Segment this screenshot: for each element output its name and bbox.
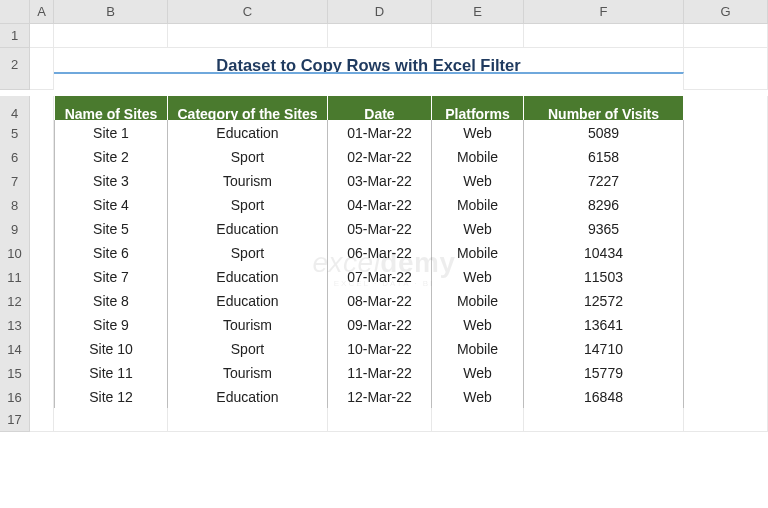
table-row[interactable]: Site 5	[54, 216, 168, 243]
row-header-12[interactable]: 12	[0, 288, 30, 315]
cell-A12[interactable]	[30, 288, 54, 315]
table-row[interactable]: 06-Mar-22	[328, 240, 432, 267]
cell-F1[interactable]	[524, 24, 684, 48]
row-header-14[interactable]: 14	[0, 336, 30, 363]
table-row[interactable]: Site 10	[54, 336, 168, 363]
cell-G12[interactable]	[684, 288, 768, 315]
cell-A6[interactable]	[30, 144, 54, 171]
table-row[interactable]: 12572	[524, 288, 684, 315]
col-header-E[interactable]: E	[432, 0, 524, 24]
cell-G5[interactable]	[684, 120, 768, 147]
row-header-3[interactable]: 3	[0, 72, 30, 90]
cell-A14[interactable]	[30, 336, 54, 363]
table-row[interactable]: 9365	[524, 216, 684, 243]
col-header-D[interactable]: D	[328, 0, 432, 24]
table-row[interactable]: Mobile	[432, 336, 524, 363]
cell-G17[interactable]	[684, 408, 768, 432]
row-header-16[interactable]: 16	[0, 384, 30, 411]
table-row[interactable]: Web	[432, 312, 524, 339]
table-row[interactable]: Education	[168, 384, 328, 411]
table-row[interactable]: Site 7	[54, 264, 168, 291]
row-header-1[interactable]: 1	[0, 24, 30, 48]
table-row[interactable]: Site 12	[54, 384, 168, 411]
col-header-B[interactable]: B	[54, 0, 168, 24]
table-row[interactable]: Mobile	[432, 288, 524, 315]
col-header-F[interactable]: F	[524, 0, 684, 24]
table-row[interactable]: Sport	[168, 144, 328, 171]
row-header-5[interactable]: 5	[0, 120, 30, 147]
table-row[interactable]: Sport	[168, 336, 328, 363]
table-row[interactable]: Sport	[168, 240, 328, 267]
table-row[interactable]: 05-Mar-22	[328, 216, 432, 243]
table-row[interactable]: Mobile	[432, 192, 524, 219]
table-row[interactable]: 03-Mar-22	[328, 168, 432, 195]
table-row[interactable]: Web	[432, 120, 524, 147]
table-row[interactable]: Tourism	[168, 360, 328, 387]
cell-C1[interactable]	[168, 24, 328, 48]
cell-G1[interactable]	[684, 24, 768, 48]
table-row[interactable]: Mobile	[432, 144, 524, 171]
cell-E1[interactable]	[432, 24, 524, 48]
table-row[interactable]: Site 2	[54, 144, 168, 171]
table-row[interactable]: 10-Mar-22	[328, 336, 432, 363]
col-header-A[interactable]: A	[30, 0, 54, 24]
row-header-11[interactable]: 11	[0, 264, 30, 291]
cell-G6[interactable]	[684, 144, 768, 171]
table-row[interactable]: 7227	[524, 168, 684, 195]
table-row[interactable]: Site 8	[54, 288, 168, 315]
table-row[interactable]: Web	[432, 384, 524, 411]
cell-A8[interactable]	[30, 192, 54, 219]
table-row[interactable]: 08-Mar-22	[328, 288, 432, 315]
table-row[interactable]: Web	[432, 264, 524, 291]
col-header-G[interactable]: G	[684, 0, 768, 24]
cell-G15[interactable]	[684, 360, 768, 387]
table-row[interactable]: 13641	[524, 312, 684, 339]
table-row[interactable]: 10434	[524, 240, 684, 267]
cell-G10[interactable]	[684, 240, 768, 267]
cell-G7[interactable]	[684, 168, 768, 195]
cell-G14[interactable]	[684, 336, 768, 363]
cell-A10[interactable]	[30, 240, 54, 267]
row-header-10[interactable]: 10	[0, 240, 30, 267]
cell-A5[interactable]	[30, 120, 54, 147]
cell-D1[interactable]	[328, 24, 432, 48]
table-row[interactable]: Sport	[168, 192, 328, 219]
cell-A3[interactable]	[30, 72, 54, 90]
cell-G13[interactable]	[684, 312, 768, 339]
cell-D17[interactable]	[328, 408, 432, 432]
table-row[interactable]: 12-Mar-22	[328, 384, 432, 411]
table-row[interactable]: Web	[432, 360, 524, 387]
table-row[interactable]: 02-Mar-22	[328, 144, 432, 171]
cell-A9[interactable]	[30, 216, 54, 243]
table-row[interactable]: 16848	[524, 384, 684, 411]
col-header-C[interactable]: C	[168, 0, 328, 24]
row-header-6[interactable]: 6	[0, 144, 30, 171]
table-row[interactable]: Education	[168, 264, 328, 291]
table-row[interactable]: Site 6	[54, 240, 168, 267]
table-row[interactable]: Education	[168, 288, 328, 315]
table-row[interactable]: 07-Mar-22	[328, 264, 432, 291]
cell-A15[interactable]	[30, 360, 54, 387]
cell-A11[interactable]	[30, 264, 54, 291]
row-header-9[interactable]: 9	[0, 216, 30, 243]
table-row[interactable]: 6158	[524, 144, 684, 171]
table-row[interactable]: Web	[432, 216, 524, 243]
table-row[interactable]: 14710	[524, 336, 684, 363]
cell-A16[interactable]	[30, 384, 54, 411]
table-row[interactable]: 8296	[524, 192, 684, 219]
select-all-cell[interactable]	[0, 0, 30, 24]
cell-A7[interactable]	[30, 168, 54, 195]
table-row[interactable]: Site 3	[54, 168, 168, 195]
cell-G8[interactable]	[684, 192, 768, 219]
cell-E17[interactable]	[432, 408, 524, 432]
cell-B17[interactable]	[54, 408, 168, 432]
row-header-13[interactable]: 13	[0, 312, 30, 339]
cell-A13[interactable]	[30, 312, 54, 339]
table-row[interactable]: 5089	[524, 120, 684, 147]
table-row[interactable]: Tourism	[168, 168, 328, 195]
row-header-7[interactable]: 7	[0, 168, 30, 195]
cell-A1[interactable]	[30, 24, 54, 48]
row-header-17[interactable]: 17	[0, 408, 30, 432]
table-row[interactable]: Site 4	[54, 192, 168, 219]
table-row[interactable]: 01-Mar-22	[328, 120, 432, 147]
